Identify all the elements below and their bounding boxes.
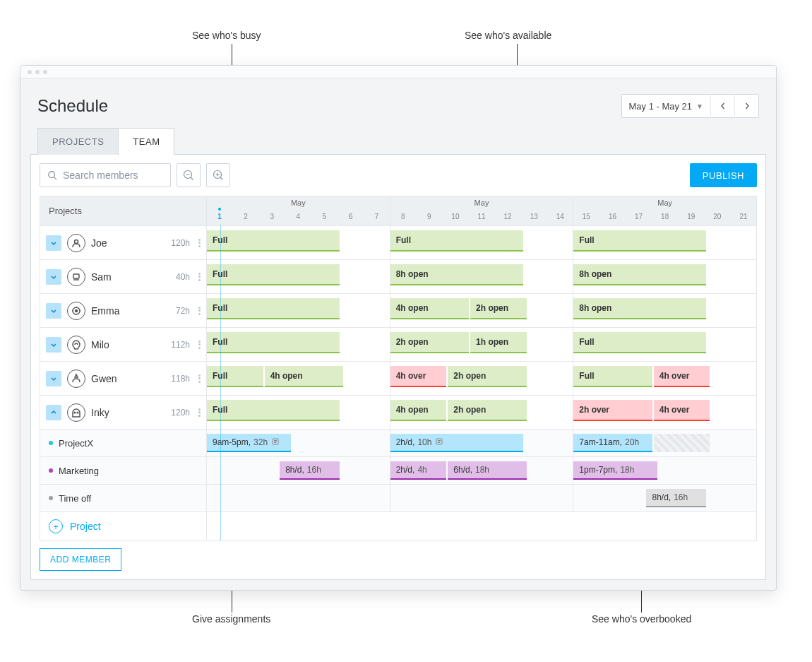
schedule-block[interactable]: 4h over (390, 366, 447, 387)
schedule-block[interactable]: 4h over (654, 366, 710, 387)
schedule-block[interactable]: Full (573, 332, 706, 353)
day-header-18: 18 (652, 209, 679, 225)
avatar-icon (67, 336, 85, 354)
prev-range-button[interactable] (710, 94, 734, 118)
day-header-10: 10 (443, 209, 469, 225)
schedule-block[interactable]: 4h open (390, 298, 469, 319)
member-name: Sam (91, 271, 170, 283)
schedule-block[interactable]: 8h open (390, 264, 523, 285)
search-icon (47, 170, 57, 180)
search-input[interactable]: Search members (40, 163, 171, 187)
schedule-block[interactable]: 1pm-7pm,18h (573, 461, 657, 480)
note-icon (272, 437, 279, 447)
schedule-block[interactable]: Full (207, 230, 340, 252)
member-row: Joe120hFullFullFull (40, 226, 756, 260)
schedule-block[interactable]: 2h open (390, 332, 469, 353)
schedule-block[interactable]: Full (390, 230, 523, 252)
more-options-button[interactable] (198, 408, 201, 417)
next-range-button[interactable] (734, 94, 758, 118)
publish-button[interactable]: PUBLISH (690, 163, 757, 187)
schedule-block[interactable]: 8h/d,16h (646, 489, 706, 507)
schedule-block[interactable]: Full (207, 366, 263, 387)
schedule-block[interactable]: 2h over (573, 400, 652, 421)
day-header-19: 19 (679, 209, 705, 225)
schedule-block[interactable]: 8h open (573, 264, 706, 285)
assignment-label: ProjectX (59, 438, 93, 449)
app-window: Schedule May 1 - May 21 ▼ PROJECTS TEAM … (20, 65, 777, 591)
day-header-1: 1 (207, 209, 233, 225)
grid-header: Projects MayMayMay1234567891011121314151… (40, 196, 756, 226)
avatar-icon (67, 268, 85, 286)
schedule-block[interactable]: 6h/d,18h (448, 461, 526, 480)
schedule-block[interactable]: 2h/d,10h (390, 434, 523, 452)
member-hours: 112h (171, 340, 190, 350)
zoom-out-button[interactable] (177, 163, 201, 187)
schedule-block[interactable]: 4h over (654, 400, 710, 421)
more-options-button[interactable] (198, 273, 201, 281)
day-header-4: 4 (285, 209, 311, 225)
expand-button[interactable] (46, 235, 61, 251)
zoom-out-icon (183, 170, 194, 181)
expand-button[interactable] (46, 337, 61, 353)
member-name: Joe (91, 237, 165, 249)
schedule-block[interactable] (654, 434, 710, 452)
member-row: Inky120hFull4h open2h open2h over4h over (40, 396, 756, 430)
date-range-picker[interactable]: May 1 - May 21 ▼ (621, 94, 760, 118)
svg-point-13 (76, 309, 78, 312)
schedule-block[interactable]: Full (207, 298, 340, 319)
schedule-block[interactable]: 2h open (448, 400, 526, 421)
bullet-icon (49, 468, 53, 473)
member-name: Emma (91, 305, 170, 317)
member-hours: 118h (171, 374, 190, 384)
schedule-block[interactable]: 2h open (448, 366, 526, 387)
schedule-block[interactable]: Full (573, 230, 706, 252)
more-options-button[interactable] (198, 307, 201, 315)
svg-line-1 (54, 177, 57, 180)
schedule-block[interactable]: 4h open (265, 366, 343, 387)
timeline-header: MayMayMay1234567891011121314151617181920… (207, 196, 756, 225)
schedule-block[interactable]: 4h open (390, 400, 447, 421)
schedule-block[interactable]: 2h/d,4h (390, 461, 447, 480)
schedule-block[interactable]: 1h open (470, 332, 527, 353)
add-member-button[interactable]: ADD MEMBER (40, 548, 121, 571)
tab-team[interactable]: TEAM (118, 128, 174, 155)
schedule-block[interactable]: 2h open (470, 298, 527, 319)
zoom-in-button[interactable] (206, 163, 230, 187)
expand-button[interactable] (46, 269, 61, 285)
day-header-2: 2 (233, 209, 259, 225)
member-hours: 120h (171, 408, 190, 418)
schedule-block[interactable]: Full (207, 400, 340, 421)
expand-button[interactable] (46, 405, 61, 420)
page-header: Schedule May 1 - May 21 ▼ (20, 78, 776, 128)
assignment-row: Time off8h/d,16h (40, 485, 756, 512)
assignment-row: Marketing8h/d,16h2h/d,4h6h/d,18h1pm-7pm,… (40, 457, 756, 485)
more-options-button[interactable] (198, 341, 201, 349)
schedule-block[interactable]: Full (207, 264, 340, 285)
more-options-button[interactable] (198, 239, 201, 247)
day-header-3: 3 (259, 209, 285, 225)
schedule-block[interactable]: 7am-11am,20h (573, 434, 652, 452)
schedule-grid: Projects MayMayMay1234567891011121314151… (40, 196, 757, 541)
annotation-busy: See who's busy (192, 30, 261, 41)
expand-button[interactable] (46, 371, 61, 386)
left-column-header: Projects (40, 196, 207, 225)
more-options-button[interactable] (198, 374, 201, 383)
expand-button[interactable] (46, 303, 61, 319)
annotation-available: See who's available (465, 30, 551, 41)
svg-point-14 (74, 412, 76, 413)
schedule-block[interactable]: Full (573, 366, 652, 387)
svg-rect-10 (73, 274, 79, 278)
schedule-block[interactable]: 8h/d,16h (280, 461, 340, 480)
page-title: Schedule (37, 96, 108, 116)
tab-projects[interactable]: PROJECTS (37, 128, 119, 155)
add-project-button[interactable]: +Project (40, 512, 207, 540)
day-header-13: 13 (521, 209, 547, 225)
member-hours: 72h (176, 306, 190, 316)
bullet-icon (49, 441, 53, 445)
day-header-17: 17 (626, 209, 652, 225)
day-header-5: 5 (311, 209, 338, 225)
schedule-block[interactable]: Full (207, 332, 340, 353)
day-header-9: 9 (417, 209, 443, 225)
day-header-15: 15 (573, 209, 599, 225)
schedule-block[interactable]: 8h open (573, 298, 706, 319)
